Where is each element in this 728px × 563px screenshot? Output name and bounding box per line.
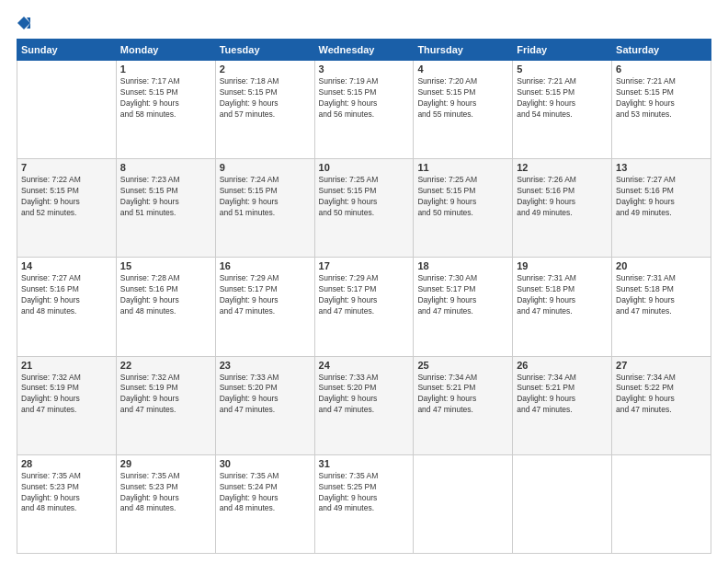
calendar-cell: 14Sunrise: 7:27 AMSunset: 5:16 PMDayligh… [17, 258, 117, 356]
day-number: 5 [517, 63, 608, 75]
week-row-1: 1Sunrise: 7:17 AMSunset: 5:15 PMDaylight… [17, 61, 711, 159]
day-number: 8 [120, 162, 211, 173]
calendar-cell: 7Sunrise: 7:22 AMSunset: 5:15 PMDaylight… [17, 159, 117, 258]
day-info: Sunrise: 7:21 AMSunset: 5:15 PMDaylight:… [616, 76, 707, 121]
calendar-cell: 17Sunrise: 7:29 AMSunset: 5:17 PMDayligh… [314, 258, 414, 356]
day-info: Sunrise: 7:33 AMSunset: 5:20 PMDaylight:… [220, 373, 311, 417]
calendar-cell: 31Sunrise: 7:35 AMSunset: 5:25 PMDayligh… [314, 454, 414, 553]
day-number: 22 [120, 360, 211, 371]
day-number: 20 [616, 260, 707, 271]
weekday-header-saturday: Saturday [612, 40, 711, 61]
day-number: 12 [517, 162, 608, 173]
day-number: 6 [616, 63, 707, 75]
day-number: 4 [417, 63, 508, 75]
weekday-header-friday: Friday [513, 40, 612, 61]
week-row-2: 7Sunrise: 7:22 AMSunset: 5:15 PMDaylight… [17, 159, 711, 258]
logo-icon [17, 17, 30, 29]
day-number: 9 [220, 162, 311, 173]
day-info: Sunrise: 7:24 AMSunset: 5:15 PMDaylight:… [220, 175, 311, 219]
day-info: Sunrise: 7:35 AMSunset: 5:25 PMDaylight:… [319, 471, 410, 515]
calendar-cell: 29Sunrise: 7:35 AMSunset: 5:23 PMDayligh… [116, 454, 215, 553]
day-number: 15 [120, 260, 211, 271]
calendar-cell: 20Sunrise: 7:31 AMSunset: 5:18 PMDayligh… [612, 258, 711, 356]
day-number: 30 [220, 458, 311, 469]
day-info: Sunrise: 7:35 AMSunset: 5:23 PMDaylight:… [21, 471, 112, 515]
day-info: Sunrise: 7:32 AMSunset: 5:19 PMDaylight:… [120, 373, 211, 417]
day-info: Sunrise: 7:35 AMSunset: 5:24 PMDaylight:… [220, 471, 311, 515]
calendar-cell: 23Sunrise: 7:33 AMSunset: 5:20 PMDayligh… [215, 356, 314, 454]
calendar-cell [414, 454, 513, 553]
day-info: Sunrise: 7:31 AMSunset: 5:18 PMDaylight:… [517, 273, 608, 317]
day-number: 28 [21, 458, 112, 469]
calendar-cell: 21Sunrise: 7:32 AMSunset: 5:19 PMDayligh… [17, 356, 117, 454]
day-info: Sunrise: 7:32 AMSunset: 5:19 PMDaylight:… [21, 373, 112, 417]
header [17, 17, 711, 29]
calendar-cell: 12Sunrise: 7:26 AMSunset: 5:16 PMDayligh… [513, 159, 612, 258]
calendar-cell: 10Sunrise: 7:25 AMSunset: 5:15 PMDayligh… [314, 159, 414, 258]
calendar-cell: 1Sunrise: 7:17 AMSunset: 5:15 PMDaylight… [116, 61, 215, 159]
day-number: 7 [21, 162, 112, 173]
day-number: 13 [616, 162, 707, 173]
week-row-3: 14Sunrise: 7:27 AMSunset: 5:16 PMDayligh… [17, 258, 711, 356]
day-info: Sunrise: 7:31 AMSunset: 5:18 PMDaylight:… [616, 273, 707, 317]
day-info: Sunrise: 7:25 AMSunset: 5:15 PMDaylight:… [319, 175, 410, 219]
day-number: 16 [220, 260, 311, 271]
day-info: Sunrise: 7:26 AMSunset: 5:16 PMDaylight:… [517, 175, 608, 219]
week-row-4: 21Sunrise: 7:32 AMSunset: 5:19 PMDayligh… [17, 356, 711, 454]
day-number: 3 [319, 63, 410, 75]
day-number: 27 [616, 360, 707, 371]
day-number: 1 [120, 63, 211, 75]
calendar-cell: 25Sunrise: 7:34 AMSunset: 5:21 PMDayligh… [414, 356, 513, 454]
day-info: Sunrise: 7:34 AMSunset: 5:22 PMDaylight:… [616, 373, 707, 417]
day-number: 26 [517, 360, 608, 371]
day-number: 10 [319, 162, 410, 173]
weekday-header-sunday: Sunday [17, 40, 117, 61]
calendar-table: SundayMondayTuesdayWednesdayThursdayFrid… [17, 39, 711, 554]
day-number: 19 [517, 260, 608, 271]
week-row-5: 28Sunrise: 7:35 AMSunset: 5:23 PMDayligh… [17, 454, 711, 553]
calendar-cell: 18Sunrise: 7:30 AMSunset: 5:17 PMDayligh… [414, 258, 513, 356]
day-number: 18 [417, 260, 508, 271]
day-number: 25 [417, 360, 508, 371]
day-number: 23 [220, 360, 311, 371]
calendar-cell [612, 454, 711, 553]
day-number: 29 [120, 458, 211, 469]
calendar-cell: 22Sunrise: 7:32 AMSunset: 5:19 PMDayligh… [116, 356, 215, 454]
calendar-cell: 5Sunrise: 7:21 AMSunset: 5:15 PMDaylight… [513, 61, 612, 159]
day-info: Sunrise: 7:20 AMSunset: 5:15 PMDaylight:… [417, 76, 508, 121]
weekday-header-wednesday: Wednesday [314, 40, 414, 61]
day-info: Sunrise: 7:18 AMSunset: 5:15 PMDaylight:… [220, 76, 311, 121]
page: SundayMondayTuesdayWednesdayThursdayFrid… [0, 0, 728, 563]
calendar-cell: 13Sunrise: 7:27 AMSunset: 5:16 PMDayligh… [612, 159, 711, 258]
day-info: Sunrise: 7:17 AMSunset: 5:15 PMDaylight:… [120, 76, 211, 121]
day-info: Sunrise: 7:34 AMSunset: 5:21 PMDaylight:… [417, 373, 508, 417]
day-info: Sunrise: 7:29 AMSunset: 5:17 PMDaylight:… [220, 273, 311, 317]
day-info: Sunrise: 7:25 AMSunset: 5:15 PMDaylight:… [417, 175, 508, 219]
calendar-cell: 6Sunrise: 7:21 AMSunset: 5:15 PMDaylight… [612, 61, 711, 159]
calendar-cell: 11Sunrise: 7:25 AMSunset: 5:15 PMDayligh… [414, 159, 513, 258]
day-number: 2 [220, 63, 311, 75]
day-number: 24 [319, 360, 410, 371]
day-info: Sunrise: 7:29 AMSunset: 5:17 PMDaylight:… [319, 273, 410, 317]
calendar-cell: 28Sunrise: 7:35 AMSunset: 5:23 PMDayligh… [17, 454, 117, 553]
day-number: 14 [21, 260, 112, 271]
calendar-cell: 3Sunrise: 7:19 AMSunset: 5:15 PMDaylight… [314, 61, 414, 159]
calendar-cell: 2Sunrise: 7:18 AMSunset: 5:15 PMDaylight… [215, 61, 314, 159]
weekday-header-thursday: Thursday [414, 40, 513, 61]
day-info: Sunrise: 7:27 AMSunset: 5:16 PMDaylight:… [616, 175, 707, 219]
calendar-cell: 27Sunrise: 7:34 AMSunset: 5:22 PMDayligh… [612, 356, 711, 454]
day-number: 31 [319, 458, 410, 469]
calendar-cell [17, 61, 117, 159]
calendar-cell: 30Sunrise: 7:35 AMSunset: 5:24 PMDayligh… [215, 454, 314, 553]
day-info: Sunrise: 7:35 AMSunset: 5:23 PMDaylight:… [120, 471, 211, 515]
weekday-header-monday: Monday [116, 40, 215, 61]
calendar-cell: 26Sunrise: 7:34 AMSunset: 5:21 PMDayligh… [513, 356, 612, 454]
calendar-cell: 24Sunrise: 7:33 AMSunset: 5:20 PMDayligh… [314, 356, 414, 454]
day-info: Sunrise: 7:33 AMSunset: 5:20 PMDaylight:… [319, 373, 410, 417]
day-info: Sunrise: 7:30 AMSunset: 5:17 PMDaylight:… [417, 273, 508, 317]
calendar-cell: 16Sunrise: 7:29 AMSunset: 5:17 PMDayligh… [215, 258, 314, 356]
calendar-cell [513, 454, 612, 553]
calendar-cell: 19Sunrise: 7:31 AMSunset: 5:18 PMDayligh… [513, 258, 612, 356]
day-number: 11 [417, 162, 508, 173]
day-info: Sunrise: 7:21 AMSunset: 5:15 PMDaylight:… [517, 76, 608, 121]
